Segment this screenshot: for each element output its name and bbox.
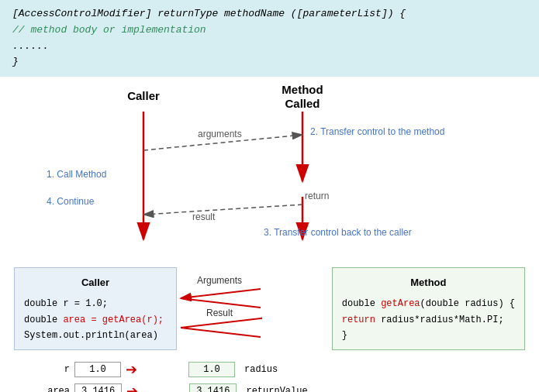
code-block: [AccessControlModifier] returnType metho…: [0, 0, 539, 77]
return-label: return: [305, 191, 329, 201]
var-label-1: area: [31, 386, 70, 392]
method-box: Method double getArea(double radius) { r…: [332, 267, 525, 350]
result-label: result: [192, 211, 216, 222]
caller-diagram-label: Caller: [127, 89, 160, 102]
var-left-val-1: 3.1416: [74, 383, 122, 392]
step1-text: 1. Call Method: [47, 169, 106, 180]
caller-line2-pre: double: [24, 315, 63, 325]
method-box-title: Method: [342, 274, 515, 291]
step3-text: 3. Transfer control back to the caller: [264, 227, 412, 238]
caller-line2: double area = getArea(r);: [24, 312, 167, 328]
step4-text: 4. Continue: [47, 196, 95, 207]
svg-line-8: [181, 289, 261, 298]
var-row-0: r 1.0 ➔ 1.0 radius: [31, 361, 523, 378]
code-line4: }: [12, 56, 19, 67]
method-line1: double getArea(double radius) {: [342, 296, 515, 311]
boxes-arrows: [177, 275, 262, 345]
method-called-label2: Called: [285, 97, 320, 110]
svg-line-9: [181, 298, 261, 308]
caller-box-title: Caller: [24, 274, 167, 291]
caller-line3: System.out.println(area): [24, 328, 167, 343]
step2-text: 2. Transfer control to the method: [310, 126, 444, 137]
var-right-val-0: 1.0: [188, 362, 235, 377]
code-line3: ......: [12, 40, 49, 52]
method-line1-pre: double: [342, 298, 381, 309]
diagram-svg: Caller Method Called arguments 2. Transf…: [0, 77, 539, 263]
var-rows: r 1.0 ➔ 1.0 radius area 3.1416 ➔ 3.1416 …: [0, 355, 539, 392]
middle-section: Arguments Result: [177, 275, 262, 318]
caller-box: Caller double r = 1.0; double area = get…: [14, 267, 177, 350]
var-label-0: r: [31, 364, 70, 375]
method-line2: return radius*radius*Math.PI;: [342, 312, 515, 328]
method-line2-red: return: [342, 315, 375, 325]
method-called-label: Method: [282, 83, 323, 96]
svg-line-10: [181, 318, 261, 328]
method-line1-post: (double radius) {: [420, 298, 515, 309]
var-left-val-0: 1.0: [74, 362, 121, 377]
svg-line-4: [143, 205, 302, 215]
var-right-val-1: 3.1416: [189, 383, 237, 392]
var-arrow-1: ➔: [126, 383, 138, 392]
caller-line1: double r = 1.0;: [24, 296, 167, 311]
var-right-name-1: returnValue: [246, 386, 307, 392]
diagram-area: Caller Method Called arguments 2. Transf…: [0, 77, 539, 263]
caller-line2-red: area = getArea(r);: [63, 315, 164, 325]
method-line1-red: getArea: [381, 298, 420, 309]
var-right-name-0: radius: [244, 364, 278, 375]
svg-line-11: [181, 328, 261, 337]
method-line3: }: [342, 328, 515, 343]
arguments-label: arguments: [198, 129, 242, 139]
code-line1: [AccessControlModifier] returnType metho…: [12, 8, 406, 19]
var-arrow-0: ➔: [126, 361, 137, 378]
code-line2: // method body or implementation: [12, 24, 206, 36]
var-row-1: area 3.1416 ➔ 3.1416 returnValue: [31, 383, 523, 392]
method-line2-post: radius*radius*Math.PI;: [375, 315, 504, 325]
